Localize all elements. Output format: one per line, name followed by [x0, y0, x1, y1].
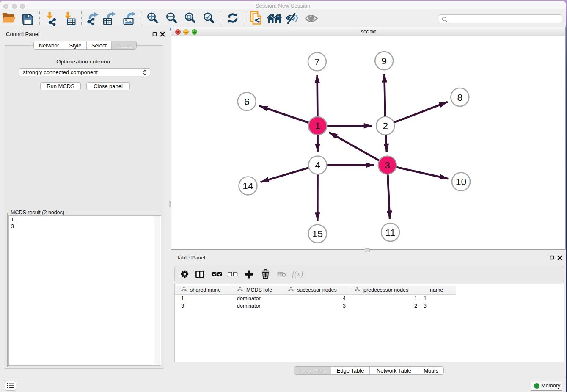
svg-text:1: 1 — [315, 120, 320, 131]
svg-text:11: 11 — [385, 227, 396, 238]
svg-text:4: 4 — [315, 160, 320, 171]
svg-text:7: 7 — [314, 56, 320, 67]
svg-text:10: 10 — [456, 176, 467, 187]
svg-text:3: 3 — [385, 160, 390, 171]
svg-text:14: 14 — [242, 180, 253, 191]
svg-text:6: 6 — [244, 96, 250, 107]
svg-text:8: 8 — [457, 92, 462, 103]
svg-text:15: 15 — [312, 228, 323, 239]
svg-text:2: 2 — [383, 120, 388, 131]
svg-text:9: 9 — [381, 55, 387, 66]
